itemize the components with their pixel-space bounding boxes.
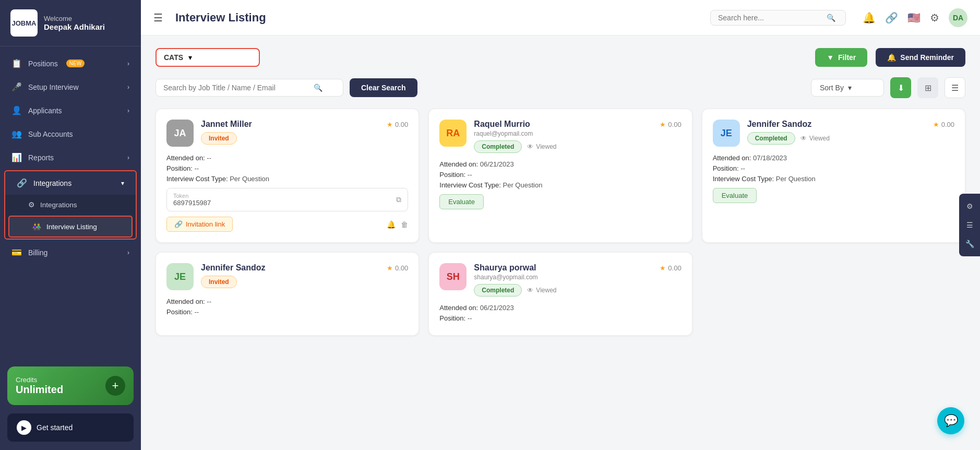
filter-button[interactable]: ▼ Filter	[815, 48, 867, 67]
card-info: Jannet Miller ★ 0.00 Invited	[201, 120, 408, 145]
chevron-icon: ›	[127, 84, 129, 91]
integrations-icon: 🔗	[17, 178, 27, 188]
get-started-button[interactable]: ▶ Get started	[7, 413, 134, 442]
card-jennifer-sandoz-2: JE Jennifer Sandoz ★ 0.00 Invited	[156, 252, 419, 336]
credits-label: Credits	[16, 376, 63, 384]
search-icon: 🔍	[827, 14, 835, 22]
sort-chevron-icon: ▾	[848, 84, 852, 92]
sidebar-nav: 📋 Positions NEW › 🎤 Setup Interview › 👤 …	[0, 46, 141, 358]
sidebar-item-setup-interview[interactable]: 🎤 Setup Interview ›	[0, 75, 141, 99]
viewed-label: 👁 Viewed	[527, 143, 556, 150]
token-label: Token	[173, 193, 211, 199]
attended-value: 07/18/2023	[753, 154, 787, 162]
avatar-je: JE	[713, 120, 740, 147]
cost-type: Interview Cost Type: Per Question	[713, 175, 954, 183]
attended-on: Attended on: 06/21/2023	[439, 304, 681, 312]
flag-icon[interactable]: 🇺🇸	[907, 11, 921, 24]
viewed-label: 👁 Viewed	[527, 287, 556, 294]
reminder-icon: 🔔	[887, 53, 896, 62]
clear-search-label: Clear Search	[361, 84, 406, 92]
get-started-icon: ▶	[17, 420, 31, 435]
position-value: --	[740, 164, 745, 172]
notification-icon[interactable]: 🔔	[863, 11, 876, 24]
card-info: Raquel Murrio ★ 0.00 raquel@yopmail.com …	[474, 120, 681, 153]
invitation-link-button[interactable]: 🔗 Invitation link	[166, 217, 233, 232]
star-icon: ★	[660, 264, 666, 272]
list-icon: ☰	[951, 83, 959, 93]
cost-type-value: Per Question	[503, 181, 543, 189]
list-view-button[interactable]: ☰	[945, 77, 965, 98]
rating-value: 0.00	[395, 264, 408, 272]
integrations-subnav: ⚙ Integrations 👫 Interview Listing	[5, 195, 136, 238]
sort-by-dropdown[interactable]: Sort By ▾	[811, 79, 884, 97]
bell-icon[interactable]: 🔔	[387, 220, 396, 229]
avatar[interactable]: DA	[949, 8, 967, 27]
position-value: --	[468, 171, 472, 179]
sidebar-item-interview-listing[interactable]: 👫 Interview Listing	[9, 217, 132, 236]
attended-on: Attended on: 06/21/2023	[439, 160, 681, 168]
sidebar-item-integrations-sub[interactable]: ⚙ Integrations	[5, 195, 136, 215]
evaluate-button[interactable]: Evaluate	[713, 188, 757, 203]
menu-icon[interactable]: ☰	[153, 11, 163, 24]
chevron-icon: ▾	[121, 180, 124, 187]
grid-icon: ⊞	[925, 83, 931, 93]
sidebar-item-reports[interactable]: 📊 Reports ›	[0, 146, 141, 169]
attended-on: Attended on: --	[166, 154, 408, 162]
send-reminder-label: Send Reminder	[900, 53, 954, 62]
sidebar: JOBMA Welcome Deepak Adhikari 📋 Position…	[0, 0, 141, 450]
rating-value: 0.00	[941, 121, 954, 128]
position-value: --	[468, 314, 472, 322]
avatar-sh: SH	[439, 263, 467, 290]
side-tab-list[interactable]: ☰	[961, 217, 978, 233]
global-search-input[interactable]	[718, 14, 822, 22]
eye-icon: 👁	[527, 287, 533, 294]
attended-on: Attended on: 07/18/2023	[713, 154, 954, 162]
rating-value: 0.00	[668, 121, 681, 128]
cost-type: Interview Cost Type: Per Question	[439, 181, 681, 189]
chat-bubble[interactable]: 💬	[937, 407, 964, 434]
global-search-bar[interactable]: 🔍	[710, 10, 846, 26]
main-area: ☰ Interview Listing 🔍 🔔 🔗 🇺🇸 ⚙ DA CATS ▾…	[141, 0, 980, 450]
sidebar-item-label: Applicants	[28, 106, 62, 115]
avatar-je2: JE	[166, 263, 194, 290]
status-badge: Invited	[201, 276, 237, 288]
clear-search-button[interactable]: Clear Search	[350, 78, 417, 97]
cats-dropdown[interactable]: CATS ▾	[156, 48, 260, 67]
sidebar-item-applicants[interactable]: 👤 Applicants ›	[0, 99, 141, 122]
sidebar-item-billing[interactable]: 💳 Billing ›	[0, 241, 141, 264]
card-raquel-murrio: RA Raquel Murrio ★ 0.00 raquel@yopmail.c…	[428, 109, 692, 243]
chevron-icon: ›	[127, 154, 129, 161]
username-text: Deepak Adhikari	[44, 22, 105, 31]
token-content: Token 6897915987	[173, 193, 211, 207]
token-value: 6897915987	[173, 199, 211, 207]
sidebar-item-positions[interactable]: 📋 Positions NEW ›	[0, 52, 141, 75]
token-box: Token 6897915987 ⧉	[166, 188, 408, 211]
invitation-label: Invitation link	[186, 220, 225, 228]
send-reminder-button[interactable]: 🔔 Send Reminder	[876, 48, 965, 67]
sidebar-item-label: Reports	[28, 153, 54, 162]
copy-icon[interactable]: ⧉	[396, 195, 401, 204]
delete-icon[interactable]: 🗑	[401, 220, 408, 229]
credits-plus-button[interactable]: +	[105, 376, 125, 396]
side-tab-settings[interactable]: ⚙	[961, 198, 978, 215]
card-rating: ★ 0.00	[660, 121, 681, 128]
reports-icon: 📊	[11, 152, 22, 162]
search-input[interactable]	[163, 84, 309, 92]
card-header: JE Jennifer Sandoz ★ 0.00 Completed	[713, 120, 954, 147]
side-tab-tools[interactable]: 🔧	[961, 235, 978, 252]
link-icon[interactable]: 🔗	[885, 11, 898, 24]
grid-view-button[interactable]: ⊞	[917, 77, 938, 98]
sidebar-item-integrations[interactable]: 🔗 Integrations ▾	[5, 171, 136, 195]
rating-value: 0.00	[668, 264, 681, 272]
setup-interview-icon: 🎤	[11, 82, 22, 92]
page-title: Interview Listing	[175, 11, 266, 25]
sidebar-item-sub-accounts[interactable]: 👥 Sub Accounts	[0, 122, 141, 146]
search-field[interactable]: 🔍	[156, 79, 343, 97]
card-rating: ★ 0.00	[933, 121, 954, 128]
download-button[interactable]: ⬇	[890, 77, 911, 98]
position: Position: --	[713, 164, 954, 172]
settings-icon[interactable]: ⚙	[930, 11, 939, 24]
card-info: Jennifer Sandoz ★ 0.00 Invited	[201, 263, 408, 288]
card-actions: Evaluate	[713, 188, 954, 203]
evaluate-button[interactable]: Evaluate	[439, 194, 484, 209]
